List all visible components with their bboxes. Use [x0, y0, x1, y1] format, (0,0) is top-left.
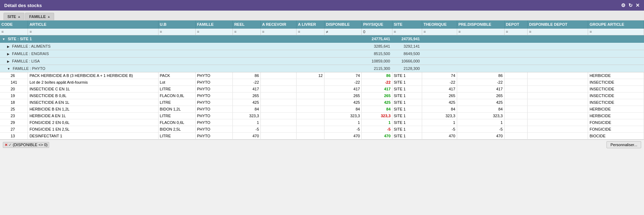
filter-ub: = — [158, 29, 195, 35]
row-18-disponible: 425 — [324, 99, 362, 106]
row-18-predisponible: 425 — [457, 99, 504, 106]
row-19-code: 19 — [0, 92, 28, 99]
row-20-groupe: INSECTICIDE — [588, 86, 644, 92]
col-header-alivrer: A LIVRER — [297, 20, 324, 29]
expand-aliments-icon[interactable]: ▶ — [7, 45, 10, 48]
row-25-depot — [504, 106, 528, 113]
row-18-site: SITE 1 — [392, 99, 422, 106]
row-20-alivrer — [297, 86, 324, 92]
row-13-famille: PHYTO — [195, 133, 232, 139]
remove-filter-button[interactable]: ✕ — [5, 143, 7, 147]
row-18-depot — [504, 99, 528, 106]
row-26-theorique: 74 — [422, 72, 457, 79]
row-19-arecevoir — [260, 92, 296, 99]
group-row-site1: ▼ SITE : SITE 1 24775,441 24735,941 — [0, 35, 644, 43]
expand-phyto-icon[interactable]: ▼ — [7, 67, 10, 71]
filter-reel: = — [232, 29, 260, 35]
row-18-arecevoir — [260, 99, 296, 106]
row-141-depot — [504, 79, 528, 86]
table-container: CODE ARTICLE U.B FAMILLE REEL A RECEVOIR… — [0, 20, 644, 139]
settings-icon[interactable]: ⚙ — [621, 2, 626, 8]
aliments-disponible: 3285,641 — [362, 43, 392, 50]
row-23-predisponible: 323,3 — [457, 113, 504, 119]
row-29-physique: 1 — [362, 119, 392, 126]
col-header-depot: DEPOT — [504, 20, 528, 29]
title-bar-icons: ⚙ ↻ ✕ — [621, 2, 640, 8]
row-23-groupe: HERBICIDE — [588, 113, 644, 119]
row-20-predisponible: 417 — [457, 86, 504, 92]
table-row: 13 DESINFECTANT 1 LITRE PHYTO 470 470 47… — [0, 133, 644, 139]
aliments-empty — [422, 43, 644, 50]
row-20-code: 20 — [0, 86, 28, 92]
tab-famille[interactable]: FAMILLE ▲ — [25, 13, 54, 20]
row-19-site: SITE 1 — [392, 92, 422, 99]
row-29-disponible: 1 — [324, 119, 362, 126]
row-25-theorique: 84 — [422, 106, 457, 113]
row-23-physique: 323,3 — [362, 113, 392, 119]
lisa-label[interactable]: ▶ FAMILLE : LISA — [0, 58, 362, 65]
row-26-groupe: HERBICIDE — [588, 72, 644, 79]
filter-famille: = — [195, 29, 232, 35]
row-141-code: 141 — [0, 79, 28, 86]
filter-theorique: = — [422, 29, 457, 35]
row-19-famille: PHYTO — [195, 92, 232, 99]
engrais-label[interactable]: ▶ FAMILLE : ENGRAIS — [0, 50, 362, 58]
table-row: 29 FONGICIDE 2 EN 0,6L FLACON 0,6L PHYTO… — [0, 119, 644, 126]
row-19-reel: 265 — [232, 92, 260, 99]
sort-icon-site: ▲ — [17, 15, 21, 18]
row-18-physique: 425 — [362, 99, 392, 106]
row-13-predisponible: 470 — [457, 133, 504, 139]
row-29-arecevoir — [260, 119, 296, 126]
tab-site[interactable]: SITE ▲ — [4, 13, 24, 20]
row-141-alivrer — [297, 79, 324, 86]
phyto-label[interactable]: ▼ FAMILLE : PHYTO — [0, 65, 362, 72]
row-27-arecevoir — [260, 126, 296, 133]
group-row-lisa: ▶ FAMILLE : LISA 10859,000 10666,000 — [0, 58, 644, 65]
row-20-site: SITE 1 — [392, 86, 422, 92]
row-29-alivrer — [297, 119, 324, 126]
app-title: Détail des stocks — [4, 3, 42, 8]
row-29-ub: FLACON 0,6L — [158, 119, 195, 126]
bottom-bar-left: ✕ ✓ (DISPONIBLE <> 0) — [3, 142, 49, 148]
expand-lisa-icon[interactable]: ▶ — [7, 60, 10, 63]
title-bar: Détail des stocks ⚙ ↻ ✕ — [0, 0, 644, 11]
refresh-icon[interactable]: ↻ — [628, 2, 633, 8]
row-141-ub: Lot — [158, 79, 195, 86]
table-header-row: CODE ARTICLE U.B FAMILLE REEL A RECEVOIR… — [0, 20, 644, 29]
row-26-alivrer: 12 — [297, 72, 324, 79]
row-26-predisponible: 86 — [457, 72, 504, 79]
lisa-physique: 10666,000 — [392, 58, 422, 65]
row-19-predisponible: 265 — [457, 92, 504, 99]
group-row-phyto: ▼ FAMILLE : PHYTO 2115,300 2128,300 — [0, 65, 644, 72]
col-header-famille: FAMILLE — [195, 20, 232, 29]
row-19-physique: 265 — [362, 92, 392, 99]
filter-predisponible: = — [457, 29, 504, 35]
row-141-disponible-depot — [528, 79, 588, 86]
row-26-article: PACK HERBICIDE A B (3 HERBICIDE A + 1 HE… — [28, 72, 158, 79]
row-20-ub: LITRE — [158, 86, 195, 92]
row-13-alivrer — [297, 133, 324, 139]
expand-site1-icon[interactable]: ▼ — [2, 37, 5, 41]
row-18-code: 18 — [0, 99, 28, 106]
col-header-physique: PHYSIQUE — [362, 20, 392, 29]
row-18-alivrer — [297, 99, 324, 106]
row-27-predisponible: -5 — [457, 126, 504, 133]
site1-label[interactable]: ▼ SITE : SITE 1 — [0, 35, 362, 43]
row-25-code: 25 — [0, 106, 28, 113]
row-29-theorique: 1 — [422, 119, 457, 126]
row-13-groupe: BIOCIDE — [588, 133, 644, 139]
close-icon[interactable]: ✕ — [636, 2, 640, 8]
aliments-label[interactable]: ▶ FAMILLE : ALIMENTS — [0, 43, 362, 50]
row-26-code: 26 — [0, 72, 28, 79]
row-27-disponible-depot — [528, 126, 588, 133]
personalize-button[interactable]: Personnaliser... — [606, 141, 641, 148]
expand-engrais-icon[interactable]: ▶ — [7, 52, 10, 56]
row-29-disponible-depot — [528, 119, 588, 126]
row-13-theorique: 470 — [422, 133, 457, 139]
sort-icon-famille: ▲ — [47, 15, 50, 18]
row-29-depot — [504, 119, 528, 126]
row-27-code: 27 — [0, 126, 28, 133]
lisa-empty — [422, 58, 644, 65]
row-141-predisponible: -22 — [457, 79, 504, 86]
row-141-arecevoir — [260, 79, 296, 86]
